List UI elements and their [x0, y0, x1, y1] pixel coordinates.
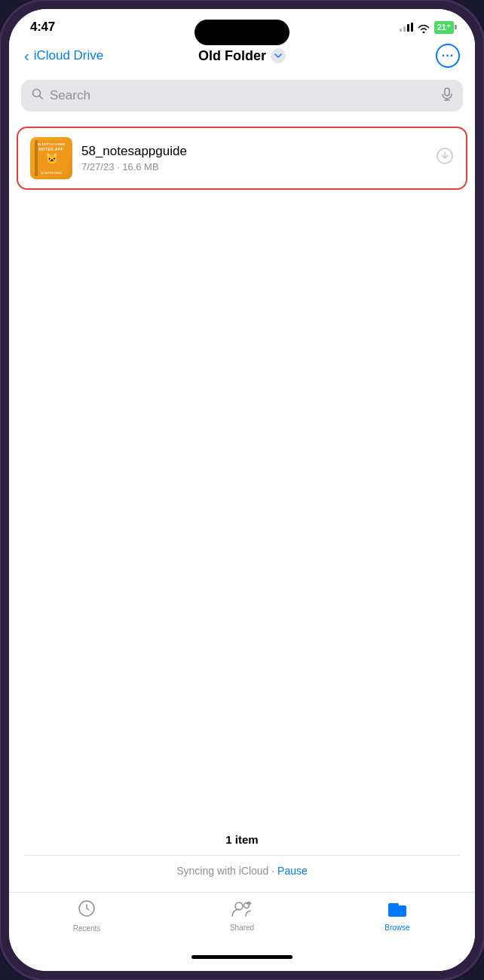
- sync-text: Syncing with iCloud ·: [176, 865, 277, 877]
- battery-level: 21⁺: [437, 23, 451, 32]
- back-button[interactable]: ‹ iCloud Drive: [24, 47, 133, 65]
- svg-rect-11: [388, 903, 399, 908]
- shared-icon: [231, 899, 253, 920]
- shared-label: Shared: [230, 924, 254, 932]
- phone-frame: 4:47 21⁺: [0, 0, 484, 980]
- tab-recents[interactable]: Recents: [9, 899, 164, 933]
- status-icons: 21⁺: [400, 21, 454, 34]
- recents-icon: [77, 899, 96, 921]
- search-placeholder: Search: [50, 88, 436, 103]
- file-thumbnail: IN-DEPTH GUIDE NOTES APP 🐱 IN DEPTH GUID…: [30, 137, 72, 179]
- download-icon[interactable]: [436, 147, 454, 169]
- browse-icon: [387, 899, 408, 920]
- tab-browse[interactable]: Browse: [320, 899, 475, 932]
- signal-icon: [400, 23, 413, 32]
- search-bar[interactable]: Search: [21, 80, 463, 111]
- thumbnail-content: IN-DEPTH GUIDE NOTES APP 🐱 IN DEPTH GUID…: [30, 137, 72, 179]
- battery-icon: 21⁺: [434, 21, 454, 34]
- status-time: 4:47: [30, 20, 55, 35]
- file-list: IN-DEPTH GUIDE NOTES APP 🐱 IN DEPTH GUID…: [9, 121, 475, 818]
- dynamic-island: [195, 20, 289, 45]
- pause-button[interactable]: Pause: [277, 865, 308, 877]
- file-info: 58_notesappguide 7/27/23 · 16.6 MB: [81, 144, 427, 172]
- file-name: 58_notesappguide: [81, 144, 427, 159]
- file-meta: 7/27/23 · 16.6 MB: [81, 161, 427, 172]
- nav-title: Old Folder: [198, 48, 266, 64]
- search-bar-container: Search: [9, 74, 475, 121]
- wifi-icon: [418, 23, 430, 32]
- home-indicator-area: [9, 955, 475, 971]
- more-dots-icon: ···: [442, 49, 454, 63]
- item-count: 1 item: [24, 833, 460, 846]
- more-button[interactable]: ···: [436, 44, 460, 68]
- more-button-container: ···: [351, 44, 461, 68]
- nav-title-area: Old Folder: [133, 48, 351, 64]
- mic-icon: [442, 87, 452, 104]
- browse-label: Browse: [384, 924, 409, 932]
- tab-bar: Recents Shared: [9, 892, 475, 955]
- home-indicator: [191, 955, 293, 959]
- tab-shared[interactable]: Shared: [164, 899, 320, 932]
- back-label: iCloud Drive: [34, 48, 104, 63]
- dropdown-button[interactable]: [271, 48, 286, 63]
- divider: [24, 855, 460, 856]
- file-item[interactable]: IN-DEPTH GUIDE NOTES APP 🐱 IN DEPTH GUID…: [17, 127, 467, 190]
- chevron-left-icon: ‹: [24, 47, 29, 65]
- nav-bar: ‹ iCloud Drive Old Folder ···: [9, 41, 475, 74]
- recents-label: Recents: [73, 924, 101, 933]
- sync-status: Syncing with iCloud · Pause: [24, 865, 460, 877]
- phone-screen: 4:47 21⁺: [9, 9, 475, 971]
- item-count-area: 1 item Syncing with iCloud · Pause: [9, 818, 475, 892]
- search-icon: [32, 88, 44, 103]
- svg-rect-1: [445, 88, 449, 96]
